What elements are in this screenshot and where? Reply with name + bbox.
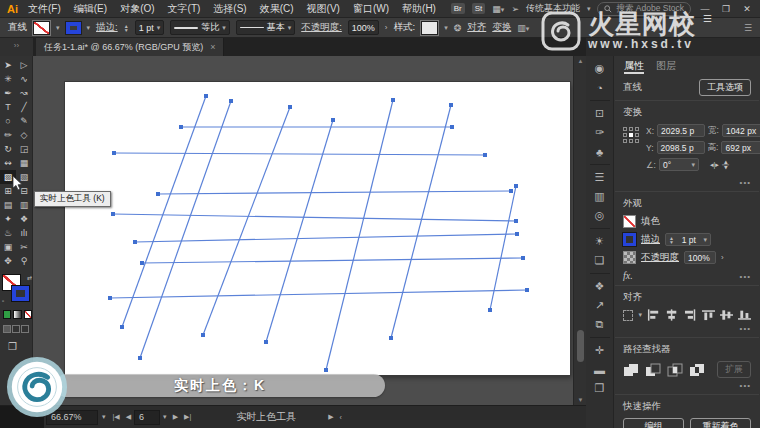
selection-tool[interactable]: ➤ xyxy=(0,58,16,72)
column-graph-tool[interactable]: ılı xyxy=(16,226,32,240)
width-field[interactable]: 1042 px xyxy=(722,124,760,137)
pen-tool[interactable]: ✒ xyxy=(0,86,16,100)
hand-tool[interactable]: ✥ xyxy=(0,254,16,268)
zoom-caret-icon[interactable]: ▾ xyxy=(102,413,106,421)
draw-inside-mode-icon[interactable] xyxy=(21,325,29,333)
scale-tool[interactable]: ◲ xyxy=(16,142,32,156)
anchor-point[interactable] xyxy=(331,118,335,122)
shape-options-icon[interactable]: ▥▾ xyxy=(517,23,529,33)
anchor-point[interactable] xyxy=(156,192,160,196)
path-line[interactable] xyxy=(326,100,393,370)
brush-definition-dropdown[interactable]: 基本▾ xyxy=(236,20,296,35)
anchor-point[interactable] xyxy=(391,98,395,102)
color-panel-icon[interactable]: ◉ xyxy=(589,59,611,78)
pathfinder-minus-front-icon[interactable] xyxy=(645,363,661,377)
anchor-point[interactable] xyxy=(133,240,137,244)
next-artboard-icon[interactable]: ▶ xyxy=(173,413,178,421)
opacity-panel-link[interactable]: 不透明度 xyxy=(641,251,679,264)
symbols-panel-icon[interactable]: ♣ xyxy=(589,142,611,161)
asset-export-panel-icon[interactable]: ↗ xyxy=(589,296,611,315)
scrollbar-thumb[interactable] xyxy=(577,330,584,362)
default-fill-stroke-icon[interactable]: ▫ xyxy=(2,298,4,304)
shaper-tool[interactable]: ◇ xyxy=(16,128,32,142)
anchor-point[interactable] xyxy=(514,219,518,223)
anchor-point[interactable] xyxy=(389,336,393,340)
toolbar-collapse-icon[interactable]: ›› xyxy=(0,38,33,56)
stock-search-input[interactable]: 搜索 Adobe Stock xyxy=(597,2,691,16)
recolor-artwork-icon[interactable]: ❂ xyxy=(454,23,462,33)
gradient-button[interactable] xyxy=(13,310,21,319)
anchor-point[interactable] xyxy=(201,333,205,337)
width-tool[interactable]: ↭ xyxy=(0,156,16,170)
anchor-point[interactable] xyxy=(204,94,208,98)
color-button[interactable] xyxy=(3,310,11,319)
anchor-point[interactable] xyxy=(111,212,115,216)
appearance-more-icon[interactable]: ••• xyxy=(740,272,751,281)
status-expand-icon[interactable]: ‹ xyxy=(340,414,342,421)
zoom-tool[interactable]: ⚲ xyxy=(16,254,32,268)
restore-button[interactable]: ❐ xyxy=(719,4,733,14)
flip-vertical-icon[interactable]: ◂|▸ xyxy=(722,160,730,169)
share-icon[interactable]: ➢ xyxy=(511,4,519,14)
artboard-caret-icon[interactable]: ▾ xyxy=(163,413,167,421)
appearance-fill-swatch[interactable] xyxy=(623,215,636,228)
pathfinder-exclude-icon[interactable] xyxy=(689,363,705,377)
align-more-icon[interactable]: ••• xyxy=(623,324,751,333)
anchor-point[interactable] xyxy=(288,105,292,109)
app-logo[interactable]: Ai xyxy=(7,3,18,15)
line-segment-tool[interactable]: ╱ xyxy=(16,100,32,114)
rotate-tool[interactable]: ↻ xyxy=(0,142,16,156)
anchor-point[interactable] xyxy=(179,125,183,129)
path-line[interactable] xyxy=(110,290,527,298)
mesh-tool[interactable]: ▤ xyxy=(0,198,16,212)
path-line[interactable] xyxy=(203,107,290,335)
appearance-stroke-swatch[interactable] xyxy=(623,233,636,246)
anchor-point[interactable] xyxy=(138,356,142,360)
anchor-point[interactable] xyxy=(449,103,453,107)
path-line[interactable] xyxy=(122,96,206,327)
anchor-point[interactable] xyxy=(483,153,487,157)
path-line[interactable] xyxy=(391,105,451,338)
stroke-link[interactable]: 描边 xyxy=(641,233,660,246)
anchor-point[interactable] xyxy=(521,256,525,260)
anchor-point[interactable] xyxy=(525,288,529,292)
menu-item-2[interactable]: 对象(O) xyxy=(120,2,154,16)
menu-item-0[interactable]: 文件(F) xyxy=(28,2,61,16)
first-artboard-icon[interactable]: |◀ xyxy=(113,413,120,421)
layers-panel-icon[interactable]: ❖ xyxy=(589,277,611,296)
stroke-width-field[interactable]: 1 pt▾ xyxy=(135,20,165,35)
magic-wand-tool[interactable]: ✳ xyxy=(0,72,16,86)
stroke-caret-icon[interactable]: ▾ xyxy=(87,24,91,32)
anchor-point[interactable] xyxy=(324,368,328,372)
stock-button[interactable]: St xyxy=(472,3,486,14)
align-panel-icon[interactable]: ▬ xyxy=(589,360,611,379)
lasso-tool[interactable]: ∿ xyxy=(16,72,32,86)
stroke-width-stepper-icon[interactable]: ▲▼ xyxy=(669,236,674,244)
draw-behind-mode-icon[interactable] xyxy=(12,325,20,333)
paintbrush-tool[interactable]: ✎ xyxy=(16,114,32,128)
anchor-point[interactable] xyxy=(140,261,144,265)
menu-item-1[interactable]: 编辑(E) xyxy=(74,2,107,16)
align-bottom-icon[interactable] xyxy=(738,309,751,321)
transform-panel-link[interactable]: 变换 xyxy=(492,21,511,34)
width-profile-dropdown[interactable]: 等比▾ xyxy=(170,20,230,35)
none-button[interactable] xyxy=(24,310,32,319)
control-panel-menu-icon[interactable]: ☰ xyxy=(744,23,752,33)
fill-stroke-control[interactable]: ⇄ ▫ xyxy=(2,274,32,304)
blend-tool[interactable]: ❖ xyxy=(16,212,32,226)
anchor-point[interactable] xyxy=(120,325,124,329)
graphic-styles-panel-icon[interactable]: ❏ xyxy=(589,251,611,270)
menu-item-5[interactable]: 效果(C) xyxy=(260,2,294,16)
eyedropper-tool[interactable]: ✦ xyxy=(0,212,16,226)
align-to-icon[interactable] xyxy=(623,310,633,321)
flip-horizontal-icon[interactable]: ◂|▸ xyxy=(710,161,719,169)
tab-properties[interactable]: 属性 xyxy=(624,59,644,74)
stroke-width-dropdown[interactable]: ▲▼ 1 pt▾ xyxy=(665,233,711,246)
free-transform-tool[interactable]: ▦ xyxy=(16,156,32,170)
transform-panel-icon[interactable]: ✛ xyxy=(589,341,611,360)
type-tool[interactable]: T xyxy=(0,100,16,114)
canvas-vertical-scrollbar[interactable]: ▲ ▼ xyxy=(573,56,586,405)
menu-item-4[interactable]: 选择(S) xyxy=(213,2,246,16)
align-h-center-icon[interactable] xyxy=(665,309,678,321)
style-swatch[interactable] xyxy=(421,21,438,35)
